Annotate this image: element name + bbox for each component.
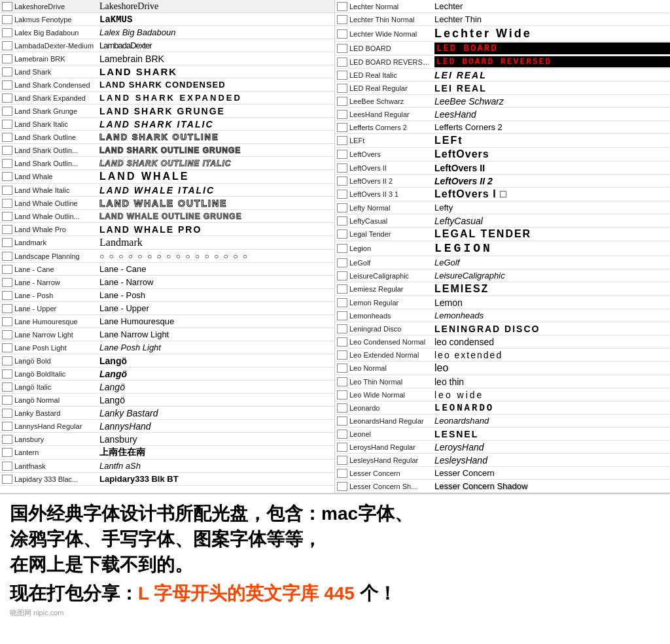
font-checkbox[interactable] bbox=[337, 229, 347, 239]
left-font-row[interactable]: Lane Posh LightLane Posh Light bbox=[0, 341, 334, 354]
left-font-row[interactable]: Lane - PoshLane - Posh bbox=[0, 289, 334, 302]
right-font-row[interactable]: Leo Thin Normalleo thin bbox=[335, 375, 670, 388]
font-checkbox[interactable] bbox=[337, 390, 347, 399]
font-checkbox[interactable] bbox=[337, 2, 347, 11]
right-font-row[interactable]: LED Real ItalicLEI REAL bbox=[335, 69, 670, 82]
left-font-row[interactable]: Lantern上南住在南 bbox=[0, 446, 334, 460]
font-checkbox[interactable] bbox=[337, 15, 347, 24]
font-checkbox[interactable] bbox=[2, 172, 12, 181]
font-checkbox[interactable] bbox=[2, 435, 12, 444]
left-font-row[interactable]: Langö ItalicLangö bbox=[0, 381, 334, 394]
font-checkbox[interactable] bbox=[2, 382, 12, 392]
right-font-row[interactable]: LeftyCasualLeftyCasual bbox=[335, 214, 670, 228]
right-font-row[interactable]: LEFtLEFt bbox=[335, 134, 670, 148]
font-checkbox[interactable] bbox=[337, 136, 347, 145]
left-font-row[interactable]: Lamebrain BRKLamebrain BRK bbox=[0, 52, 334, 65]
right-font-row[interactable]: Leningrad DiscoLENINGRAD DISCO bbox=[335, 322, 670, 335]
right-font-row[interactable]: LesleysHand RegularLesleysHand bbox=[335, 454, 670, 467]
left-font-row[interactable]: Land Shark OutlineLAND SHARK OUTLINE bbox=[0, 131, 334, 144]
font-checkbox[interactable] bbox=[337, 97, 347, 106]
right-font-row[interactable]: LED BOARDLED BOARD bbox=[335, 42, 670, 56]
font-checkbox[interactable] bbox=[337, 403, 347, 413]
font-checkbox[interactable] bbox=[337, 430, 347, 439]
font-checkbox[interactable] bbox=[2, 356, 12, 365]
font-checkbox[interactable] bbox=[2, 462, 12, 471]
font-checkbox[interactable] bbox=[2, 54, 12, 63]
left-font-row[interactable]: Land SharkLAND SHARK bbox=[0, 65, 334, 78]
left-font-row[interactable]: LandmarkLandmark bbox=[0, 236, 334, 250]
right-font-row[interactable]: LED BOARD REVERSEDLED BOARD REVERSED bbox=[335, 56, 670, 69]
right-font-row[interactable]: LegionLEGION bbox=[335, 241, 670, 256]
left-font-row[interactable]: Lane - NarrowLane - Narrow bbox=[0, 276, 334, 289]
font-checkbox[interactable] bbox=[2, 278, 12, 287]
font-checkbox[interactable] bbox=[337, 58, 347, 67]
right-font-row[interactable]: LeesHand RegularLeesHand bbox=[335, 108, 670, 121]
font-checkbox[interactable] bbox=[2, 304, 12, 313]
left-font-row[interactable]: LambadaDexter-MediumLambadaDexter bbox=[0, 39, 334, 52]
font-checkbox[interactable] bbox=[2, 67, 12, 76]
right-font-row[interactable]: LeftOvers II 3 1LeftOvers I □ bbox=[335, 188, 670, 201]
font-checkbox[interactable] bbox=[337, 456, 347, 465]
font-checkbox[interactable] bbox=[337, 163, 347, 173]
right-font-row[interactable]: LeeBee SchwarzLeeBee Schwarz bbox=[335, 95, 670, 108]
left-font-row[interactable]: Lane HumouresqueLane Humouresque bbox=[0, 315, 334, 328]
font-checkbox[interactable] bbox=[2, 41, 12, 50]
left-font-row[interactable]: Land Shark CondensedLAND SHARK CONDENSED bbox=[0, 78, 334, 92]
left-font-row[interactable]: Land WhaleLAND WHALE bbox=[0, 170, 334, 184]
font-checkbox[interactable] bbox=[337, 44, 347, 53]
font-checkbox[interactable] bbox=[2, 186, 12, 195]
left-font-row[interactable]: Lanky BastardLanky Bastard bbox=[0, 407, 334, 420]
left-font-row[interactable]: Land Whale ProLAND WHALE PRO bbox=[0, 223, 334, 236]
font-checkbox[interactable] bbox=[337, 84, 347, 93]
left-font-row[interactable]: Land Whale OutlineLAND WHALE OUTLINE bbox=[0, 197, 334, 210]
right-font-row[interactable]: Leo Normalleo bbox=[335, 362, 670, 375]
font-checkbox[interactable] bbox=[337, 110, 347, 119]
right-font-row[interactable]: Lesser Concern Sh...Lesser Concern Shado… bbox=[335, 480, 670, 493]
font-checkbox[interactable] bbox=[337, 350, 347, 360]
font-checkbox[interactable] bbox=[337, 377, 347, 386]
left-font-row[interactable]: Land Shark GrungeLAND SHARK GRUNGE bbox=[0, 105, 334, 118]
font-checkbox[interactable] bbox=[337, 284, 347, 294]
right-font-row[interactable]: Lefty NormalLefty bbox=[335, 201, 670, 214]
font-checkbox[interactable] bbox=[337, 150, 347, 159]
font-checkbox[interactable] bbox=[2, 238, 12, 247]
right-font-row[interactable]: Lemiesz RegularLEMIESZ bbox=[335, 282, 670, 296]
left-font-row[interactable]: Land Shark ItalicLAND SHARK ITALIC bbox=[0, 118, 334, 131]
font-checkbox[interactable] bbox=[337, 469, 347, 478]
right-font-row[interactable]: Lemon RegularLemon bbox=[335, 296, 670, 309]
font-checkbox[interactable] bbox=[337, 324, 347, 333]
left-font-row[interactable]: Langö NormalLangö bbox=[0, 394, 334, 407]
font-checkbox[interactable] bbox=[337, 271, 347, 280]
font-checkbox[interactable] bbox=[2, 80, 12, 90]
left-font-row[interactable]: Langö BoldItalicLangö bbox=[0, 367, 334, 381]
left-font-row[interactable]: LansburyLansbury bbox=[0, 433, 334, 446]
right-font-row[interactable]: LeftOversLeftOvers bbox=[335, 148, 670, 161]
font-checkbox[interactable] bbox=[337, 364, 347, 373]
font-checkbox[interactable] bbox=[337, 203, 347, 212]
font-checkbox[interactable] bbox=[337, 443, 347, 452]
left-font-row[interactable]: Land Shark ExpandedLAND SHARK EXPANDED bbox=[0, 92, 334, 105]
left-font-row[interactable]: Lakmus FenotypeLaKMUS bbox=[0, 13, 334, 26]
left-font-row[interactable]: LakeshoreDriveLakeshoreDrive bbox=[0, 0, 334, 13]
font-checkbox[interactable] bbox=[2, 133, 12, 142]
font-checkbox[interactable] bbox=[2, 159, 12, 168]
font-checkbox[interactable] bbox=[2, 199, 12, 208]
left-font-row[interactable]: Lane - UpperLane - Upper bbox=[0, 302, 334, 315]
right-font-row[interactable]: LED Real RegularLEI REAL bbox=[335, 82, 670, 95]
right-font-row[interactable]: Lechter Thin NormalLechter Thin bbox=[335, 13, 670, 26]
font-checkbox[interactable] bbox=[2, 422, 12, 431]
left-font-row[interactable]: Lane - CaneLane - Cane bbox=[0, 263, 334, 276]
right-font-row[interactable]: Lechter NormalLechter bbox=[335, 0, 670, 13]
font-checkbox[interactable] bbox=[2, 2, 12, 11]
font-checkbox[interactable] bbox=[2, 343, 12, 352]
font-checkbox[interactable] bbox=[2, 291, 12, 300]
font-checkbox[interactable] bbox=[2, 396, 12, 405]
right-font-row[interactable]: LeonardoLEONARDO bbox=[335, 401, 670, 415]
font-checkbox[interactable] bbox=[2, 330, 12, 339]
font-checkbox[interactable] bbox=[2, 120, 12, 129]
left-font-row[interactable]: Land Shark Outlin...LAND SHARK OUTLINE I… bbox=[0, 157, 334, 170]
right-font-row[interactable]: Lesser ConcernLesser Concern bbox=[335, 467, 670, 480]
font-checkbox[interactable] bbox=[2, 212, 12, 221]
right-font-row[interactable]: LeftOvers IILeftOvers II bbox=[335, 161, 670, 175]
left-font-row[interactable]: Langö BoldLangö bbox=[0, 354, 334, 367]
